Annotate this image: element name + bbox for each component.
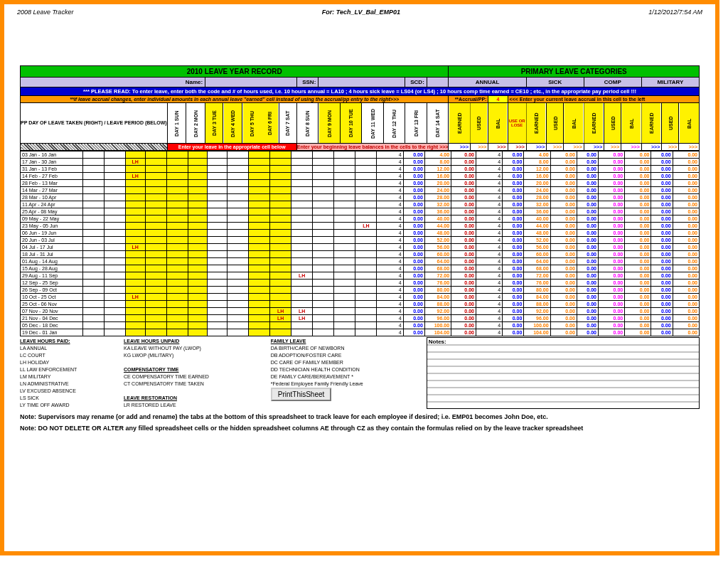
print-button[interactable]: PrintThisSheet [271,388,332,401]
cell-11-5[interactable] [188,230,208,237]
cell-16-2[interactable] [125,265,145,272]
cell-18-0[interactable] [82,280,104,287]
cell-13-11[interactable] [313,244,334,251]
cell-0-8[interactable] [249,151,270,159]
cell-11-1[interactable] [104,230,125,237]
cell-13-0[interactable] [82,244,104,251]
cell-20-7[interactable] [228,294,249,301]
cell-20-5[interactable] [188,294,208,301]
cell-2-7[interactable] [228,166,249,173]
cell-25-0[interactable] [82,329,104,336]
cell-16-11[interactable] [313,265,334,272]
cell-5-10[interactable] [291,187,313,194]
cell-13-4[interactable] [166,244,188,251]
cell-23-1[interactable] [104,315,125,322]
cell-15-3[interactable] [145,258,166,265]
cell-0-5[interactable] [188,151,208,159]
cell-1-9[interactable] [270,159,291,166]
cell-23-2[interactable] [125,315,145,322]
cell-21-0[interactable] [82,301,104,308]
cell-11-7[interactable] [228,230,249,237]
cell-20-13[interactable] [355,294,377,301]
cell-7-5[interactable] [188,201,208,208]
cell-4-2[interactable] [125,180,145,187]
cell-10-9[interactable] [270,223,291,230]
cell-12-9[interactable] [270,237,291,244]
cell-6-0[interactable] [82,194,104,201]
cell-17-9[interactable] [270,272,291,280]
cell-0-13[interactable] [355,151,377,159]
cell-14-0[interactable] [82,251,104,258]
cell-6-10[interactable] [291,194,313,201]
cell-22-13[interactable] [355,308,377,315]
cell-22-1[interactable] [104,308,125,315]
cell-14-11[interactable] [313,251,334,258]
cell-2-4[interactable] [166,166,188,173]
cell-23-12[interactable] [334,315,355,322]
cell-9-10[interactable] [291,216,313,223]
cell-19-7[interactable] [228,287,249,294]
cell-0-0[interactable] [82,151,104,159]
cell-4-1[interactable] [104,180,125,187]
scd-field[interactable] [427,78,449,87]
cell-4-4[interactable] [166,180,188,187]
cell-2-1[interactable] [104,166,125,173]
cell-23-3[interactable] [145,315,166,322]
cell-16-6[interactable] [208,265,228,272]
cell-3-5[interactable] [188,173,208,180]
cell-18-6[interactable] [208,280,228,287]
cell-12-8[interactable] [249,237,270,244]
cell-10-7[interactable] [228,223,249,230]
cell-16-12[interactable] [334,265,355,272]
cell-19-6[interactable] [208,287,228,294]
cell-9-8[interactable] [249,216,270,223]
cell-6-3[interactable] [145,194,166,201]
cell-2-11[interactable] [313,166,334,173]
cell-18-3[interactable] [145,280,166,287]
cell-13-13[interactable] [355,244,377,251]
cell-16-4[interactable] [166,265,188,272]
cell-10-1[interactable] [104,223,125,230]
cell-2-2[interactable] [125,166,145,173]
cell-1-6[interactable] [208,159,228,166]
cell-1-0[interactable] [82,159,104,166]
cell-15-4[interactable] [166,258,188,265]
cell-0-3[interactable] [145,151,166,159]
cell-14-3[interactable] [145,251,166,258]
cell-0-1[interactable] [104,151,125,159]
cell-18-4[interactable] [166,280,188,287]
cell-12-13[interactable] [355,237,377,244]
cell-6-2[interactable] [125,194,145,201]
cell-0-9[interactable] [270,151,291,159]
cell-18-12[interactable] [334,280,355,287]
cell-12-11[interactable] [313,237,334,244]
cell-22-6[interactable] [208,308,228,315]
cell-5-2[interactable] [125,187,145,194]
cell-6-4[interactable] [166,194,188,201]
cell-5-0[interactable] [82,187,104,194]
cell-4-3[interactable] [145,180,166,187]
cell-9-2[interactable] [125,216,145,223]
cell-7-4[interactable] [166,201,188,208]
notes-box[interactable]: Notes: [427,338,699,409]
cell-8-3[interactable] [145,208,166,216]
cell-9-13[interactable] [355,216,377,223]
cell-17-4[interactable] [166,272,188,280]
cell-12-5[interactable] [188,237,208,244]
cell-17-7[interactable] [228,272,249,280]
cell-10-11[interactable] [313,223,334,230]
cell-20-9[interactable] [270,294,291,301]
cell-6-13[interactable] [355,194,377,201]
cell-22-12[interactable] [334,308,355,315]
cell-6-6[interactable] [208,194,228,201]
cell-8-6[interactable] [208,208,228,216]
cell-10-12[interactable] [334,223,355,230]
cell-14-1[interactable] [104,251,125,258]
cell-21-8[interactable] [249,301,270,308]
cell-24-9[interactable] [270,322,291,329]
cell-14-10[interactable] [291,251,313,258]
cell-22-5[interactable] [188,308,208,315]
cell-2-3[interactable] [145,166,166,173]
cell-16-3[interactable] [145,265,166,272]
cell-3-9[interactable] [270,173,291,180]
